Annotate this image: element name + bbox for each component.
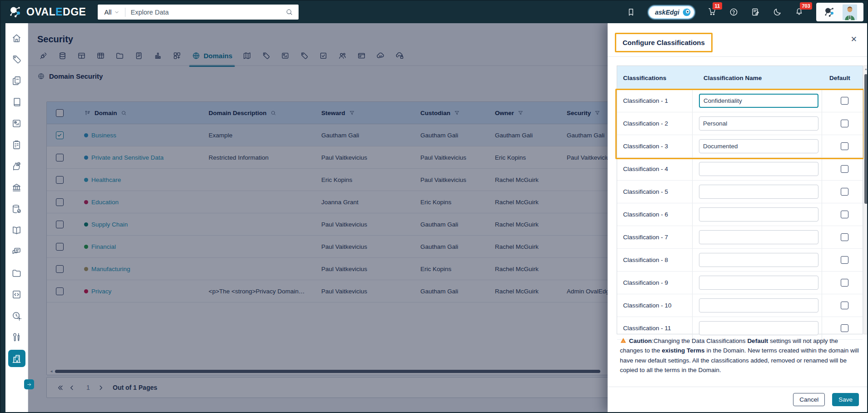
- classification-name-input[interactable]: [699, 253, 818, 267]
- sidebar-item-tag[interactable]: [8, 50, 25, 68]
- default-checkbox[interactable]: [841, 165, 848, 173]
- classification-label: Classification - 10: [617, 302, 672, 309]
- notifications-badge: 703: [800, 2, 812, 10]
- sidebar-item-tools[interactable]: [8, 328, 25, 346]
- classification-name-input[interactable]: [699, 162, 818, 176]
- default-checkbox[interactable]: [841, 97, 848, 105]
- sidebar-expand-button[interactable]: [24, 379, 34, 389]
- sidebar-item-folder[interactable]: [8, 264, 25, 282]
- default-checkbox[interactable]: [841, 120, 848, 127]
- sidebar-item-report[interactable]: [8, 115, 25, 132]
- classification-row-3: Classification - 3: [617, 135, 863, 158]
- bookmark-icon[interactable]: [626, 7, 636, 17]
- vertical-scrollbar[interactable]: ▲: [863, 65, 868, 334]
- navbar-actions: askEdgi 11 703: [626, 3, 867, 21]
- default-checkbox[interactable]: [841, 302, 848, 309]
- cart-button[interactable]: 11: [707, 6, 717, 18]
- classification-name-input[interactable]: [699, 116, 818, 131]
- sidebar-item-building[interactable]: [8, 350, 25, 367]
- dark-mode-icon[interactable]: [773, 7, 782, 17]
- scroll-up-icon[interactable]: ▲: [864, 67, 868, 71]
- search-icon[interactable]: [285, 8, 293, 16]
- default-checkbox[interactable]: [841, 279, 848, 287]
- panel-title-highlight: Configure Classifications: [615, 33, 713, 52]
- search-scope-dropdown[interactable]: All: [98, 9, 125, 16]
- sidebar-item-bank[interactable]: [8, 179, 25, 196]
- book-icon: [11, 97, 22, 107]
- classification-name-input[interactable]: [699, 321, 818, 335]
- brand-text: OVALEDGE: [26, 6, 86, 18]
- default-checkbox[interactable]: [841, 256, 848, 264]
- caution-text-segment: Caution: [629, 337, 652, 344]
- bank-icon: [11, 182, 22, 193]
- classification-name-input[interactable]: [699, 276, 818, 290]
- code-icon: [11, 289, 22, 300]
- home-icon: [11, 33, 22, 43]
- clipboard-icon: [11, 140, 22, 150]
- classification-label: Classification - 2: [617, 120, 668, 127]
- left-sidebar: [5, 23, 28, 412]
- column-classification-name: Classification Name: [692, 75, 822, 81]
- classification-label: Classification - 6: [617, 211, 668, 218]
- sidebar-item-book[interactable]: [8, 93, 25, 111]
- help-icon[interactable]: [729, 7, 738, 17]
- save-button[interactable]: Save: [832, 393, 859, 406]
- classification-row-9: Classification - 9: [617, 272, 863, 294]
- ask-edgi-button[interactable]: askEdgi: [648, 5, 695, 19]
- default-checkbox[interactable]: [841, 142, 848, 150]
- user-avatar[interactable]: [843, 4, 857, 20]
- default-checkbox[interactable]: [841, 233, 848, 241]
- sidebar-item-clockgear[interactable]: [8, 307, 25, 324]
- sidebar-item-dbcheck[interactable]: [8, 200, 25, 217]
- clockgear-icon: [11, 311, 22, 321]
- classification-name-input[interactable]: [699, 94, 818, 108]
- classification-label: Classification - 1: [617, 97, 668, 104]
- brand[interactable]: OVALEDGE: [7, 4, 86, 20]
- classification-row-10: Classification - 10: [617, 294, 863, 317]
- scrollbar-thumb[interactable]: [864, 74, 868, 204]
- cancel-button[interactable]: Cancel: [793, 393, 825, 406]
- classification-row-2: Classification - 2: [617, 112, 863, 135]
- sidebar-item-clipboard[interactable]: [8, 136, 25, 153]
- classification-row-1: Classification - 1: [617, 90, 863, 112]
- top-navbar: OVALEDGE All askEdgi 11: [1, 1, 867, 23]
- classification-row-5: Classification - 5: [617, 181, 863, 203]
- edgi-mascot-icon: [682, 8, 691, 17]
- sidebar-item-pages[interactable]: [8, 72, 25, 89]
- search-input[interactable]: [125, 9, 286, 16]
- caution-note: Caution:Changing the Data Classification…: [620, 336, 860, 375]
- configure-classifications-panel: Configure Classifications ✕ Classificati…: [608, 23, 867, 412]
- classification-name-input[interactable]: [699, 185, 818, 199]
- profile-box[interactable]: [816, 3, 863, 21]
- chevron-down-icon: [114, 10, 120, 15]
- default-checkbox[interactable]: [841, 324, 848, 332]
- approve-icon: [11, 161, 22, 171]
- classification-name-input[interactable]: [699, 298, 818, 312]
- cart-badge: 11: [713, 2, 722, 10]
- default-checkbox[interactable]: [841, 188, 848, 196]
- building-icon: [11, 353, 22, 364]
- close-icon[interactable]: ✕: [851, 35, 857, 43]
- report-icon: [11, 118, 22, 129]
- sidebar-item-openbook[interactable]: [8, 222, 25, 239]
- caution-text-segment: existing Terms: [662, 347, 704, 354]
- classification-label: Classification - 3: [617, 143, 668, 150]
- dbcheck-icon: [11, 204, 22, 214]
- column-classifications: Classifications: [617, 75, 692, 81]
- feedback-icon[interactable]: [751, 7, 760, 17]
- sidebar-item-code[interactable]: [8, 286, 25, 303]
- classification-name-input[interactable]: [699, 230, 818, 244]
- classification-label: Classification - 7: [617, 234, 668, 241]
- classification-name-input[interactable]: [699, 207, 818, 222]
- caution-text-segment: :Changing the Data Classifications: [652, 337, 747, 344]
- caution-text-segment: Default: [747, 337, 768, 344]
- sidebar-item-chat[interactable]: [8, 243, 25, 260]
- default-checkbox[interactable]: [841, 211, 848, 218]
- column-default: Default: [822, 75, 863, 81]
- classification-row-4: Classification - 4: [617, 158, 863, 181]
- notifications-button[interactable]: 703: [794, 6, 804, 18]
- sidebar-item-home[interactable]: [8, 29, 25, 46]
- left-rail: [1, 23, 5, 412]
- classification-name-input[interactable]: [699, 139, 818, 153]
- sidebar-item-approve[interactable]: [8, 157, 25, 175]
